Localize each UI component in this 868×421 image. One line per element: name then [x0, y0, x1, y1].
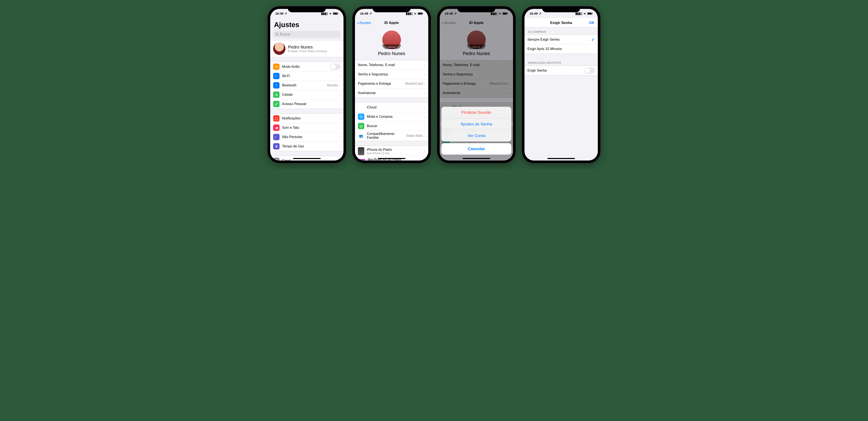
svg-point-3	[276, 33, 278, 35]
list-row[interactable]: ✈Modo Avião	[270, 62, 343, 71]
row-detail: Ativado	[327, 84, 338, 87]
search-icon	[275, 33, 279, 36]
chevron-right-icon: ›	[339, 93, 341, 97]
row-label: Som e Tato	[282, 126, 339, 130]
moon-icon: ☾	[273, 134, 280, 140]
toggle[interactable]	[584, 67, 595, 74]
findmy-icon: ◎	[358, 123, 364, 129]
search-input[interactable]: Buscar	[273, 31, 341, 38]
row-label: Senha e Segurança	[358, 72, 424, 76]
list-row[interactable]: Sempre Exigir Senha✓	[525, 35, 598, 44]
list-row[interactable]: ☾Não Perturbe›	[270, 132, 343, 142]
chevron-right-icon: ›	[339, 126, 341, 130]
svg-rect-2	[338, 13, 338, 14]
avatar	[273, 42, 285, 55]
list-row[interactable]: Nome, Telefones, E-mail›	[355, 60, 428, 70]
list-row[interactable]: ᚼBluetoothAtivado›	[270, 81, 343, 90]
notch	[542, 6, 580, 12]
section-header-free: Downloads Gratuitos	[525, 59, 598, 66]
list-row[interactable]: ▢Notificações›	[270, 114, 343, 123]
phone-apple-id: 16:49 ↗ ▮▮▮▯ ‹ Ajustes ID Apple EDITAR P…	[352, 6, 431, 163]
action-sheet-cancel[interactable]: Cancelar	[441, 143, 512, 155]
home-indicator[interactable]	[378, 158, 405, 159]
action-sheet-backdrop[interactable]: Finalizar SessãoAjustes de SenhaVer Cont…	[440, 9, 513, 161]
nav-bar: Exigir Senha OK	[525, 18, 598, 28]
list-row[interactable]: ⧗Tempo de Uso›	[270, 142, 343, 151]
chevron-right-icon: ›	[424, 115, 425, 119]
chevron-right-icon: ›	[424, 63, 425, 67]
row-label: Celular	[282, 93, 339, 97]
device-thumb-icon	[358, 147, 364, 155]
row-detail: MasterCard	[405, 82, 423, 86]
action-sheet-item[interactable]: Ajustes de Senha	[441, 118, 512, 130]
list-row[interactable]: 👥Compartilhamento FamiliarSaiba Mais›	[355, 131, 428, 141]
row-label: iCloud	[367, 105, 424, 109]
row-label: Nome, Telefones, E-mail	[358, 63, 424, 67]
row-label: Exigir Após 15 Minutos	[527, 47, 595, 51]
list-row[interactable]: ᯤWi-Fi›	[270, 71, 343, 81]
family-icon: 👥	[358, 133, 364, 139]
action-sheet: Finalizar SessãoAjustes de SenhaVer Cont…	[441, 107, 512, 155]
notch	[288, 6, 326, 12]
hotspot-icon: ☍	[273, 101, 280, 107]
row-label: Mídia e Compras	[367, 115, 424, 119]
airplane-icon: ✈	[273, 64, 280, 70]
home-indicator[interactable]	[293, 158, 321, 159]
wifi-status-icon	[329, 12, 332, 15]
device-row[interactable]: iPhone do Pedro Este iPhone 12 mini ›	[355, 146, 428, 157]
notch	[457, 6, 495, 12]
antenna-icon: ⊚	[273, 92, 280, 98]
status-time: 16:49	[275, 12, 283, 15]
row-label: Compartilhamento Familiar	[367, 132, 406, 139]
list-row[interactable]: Senha e Segurança›	[355, 70, 428, 79]
gear-icon: ⚙	[273, 158, 280, 161]
battery-icon	[333, 12, 338, 15]
chevron-right-icon: ›	[424, 82, 425, 86]
row-label: Tempo de Uso	[282, 144, 339, 148]
row-label: Exigir Senha	[527, 69, 584, 72]
list-row[interactable]: ◀Som e Tato›	[270, 123, 343, 132]
list-row[interactable]: Exigir Após 15 Minutos	[525, 44, 598, 54]
list-row[interactable]: ☍Acesso Pessoal›	[270, 99, 343, 109]
row-label: Pagamento e Entrega	[358, 82, 405, 86]
profile-name: Pedro Nunes	[288, 45, 339, 50]
settings-label: Geral	[282, 159, 339, 161]
row-label: Não Perturbe	[282, 135, 339, 139]
profile-subtitle: ID Apple, iCloud, Mídia e Compras	[288, 50, 339, 53]
action-sheet-item[interactable]: Ver Conta	[441, 130, 512, 141]
home-indicator[interactable]	[463, 158, 490, 159]
notch	[373, 6, 411, 12]
device-thumb-icon	[358, 159, 365, 161]
row-label: Sempre Exigir Senha	[527, 38, 591, 41]
done-button[interactable]: OK	[589, 21, 595, 25]
chevron-right-icon: ›	[339, 46, 341, 51]
page-title: Ajustes	[270, 18, 343, 30]
list-row[interactable]: ☁iCloud›	[355, 103, 428, 112]
cloud-icon: ☁	[358, 104, 364, 110]
list-row[interactable]: ⊚Celular›	[270, 90, 343, 99]
wifi-status-icon	[413, 12, 417, 15]
back-button[interactable]: ‹ Ajustes	[357, 20, 371, 26]
section-header-purchase: Ao Comprar	[525, 28, 598, 35]
list-row[interactable]: ⒶMídia e Compras›	[355, 112, 428, 121]
list-row[interactable]: Pagamento e EntregaMasterCard›	[355, 79, 428, 88]
profile-header: EDITAR Pedro Nunes	[355, 28, 428, 60]
avatar-edit[interactable]: EDITAR	[382, 31, 401, 49]
phone-require-password: 16:49 ↗ ▮▮▮▯ Exigir Senha OK Ao Comprar …	[522, 6, 600, 163]
phone-action-sheet: 16:49 ↗ ▮▮▮▯ ‹Ajustes ID Apple EDITAR Pe…	[437, 6, 516, 163]
chevron-right-icon: ›	[339, 159, 341, 161]
checkmark-icon: ✓	[591, 37, 595, 42]
list-row[interactable]: ◎Buscar›	[355, 121, 428, 131]
home-indicator[interactable]	[547, 158, 575, 159]
svg-line-4	[278, 35, 278, 36]
nav-title: Exigir Senha	[550, 21, 572, 25]
list-row[interactable]: Assinaturas›	[355, 88, 428, 98]
chevron-right-icon: ›	[339, 74, 341, 78]
action-sheet-item[interactable]: Finalizar Sessão	[441, 107, 512, 118]
list-row[interactable]: Exigir Senha	[525, 66, 598, 75]
toggle[interactable]	[330, 64, 341, 70]
phone-settings-root: 16:49 ↗ ▮▮▮▯ Ajustes Buscar	[268, 6, 346, 163]
chevron-left-icon: ‹	[357, 20, 359, 26]
apple-id-cell[interactable]: Pedro Nunes ID Apple, iCloud, Mídia e Co…	[270, 40, 343, 57]
row-label: Assinaturas	[358, 91, 424, 95]
